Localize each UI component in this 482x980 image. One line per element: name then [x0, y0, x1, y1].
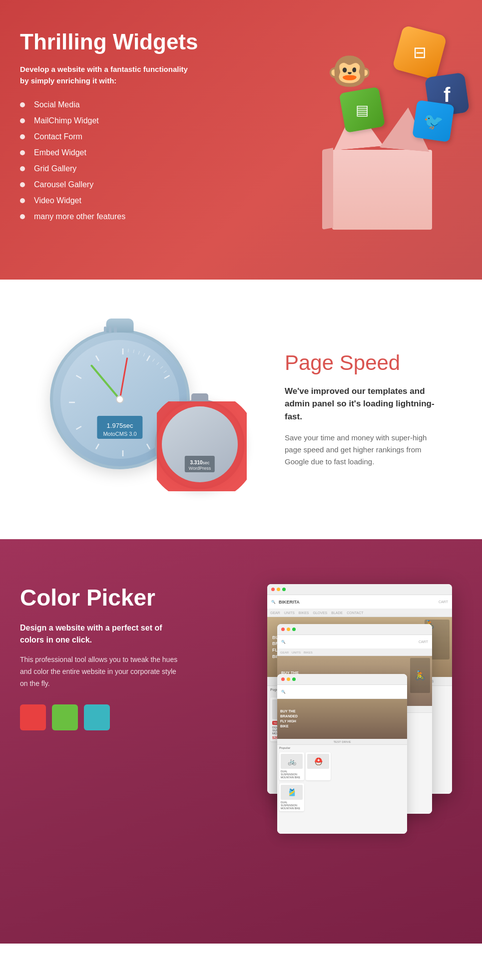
- color-swatch-red[interactable]: [20, 704, 46, 730]
- bullet-icon: [20, 150, 25, 155]
- svg-line-7: [96, 444, 99, 449]
- bullet-icon: [20, 118, 25, 123]
- color-swatch-teal[interactable]: [84, 704, 110, 730]
- color-swatch-green[interactable]: [52, 704, 78, 730]
- widgets-subtitle: Develop a website with a fantastic funct…: [20, 64, 200, 86]
- stopwatch-small-label: 3.310sec WordPress: [185, 456, 215, 472]
- svg-line-19: [164, 371, 167, 373]
- mock-product-item: ⛑️: [306, 752, 331, 780]
- mock-product-image: 🚲: [281, 754, 303, 769]
- mailchimp-monkey-icon: 🐵: [327, 50, 372, 92]
- widgets-section: Thrilling Widgets Develop a website with…: [0, 0, 482, 280]
- box-body: [332, 150, 432, 230]
- speed-left-column: 1.975sec MotoCMS 3.0: [25, 315, 265, 504]
- svg-line-17: [157, 362, 159, 365]
- speed-right-column: Page Speed We've improved our templates …: [265, 351, 457, 468]
- bullet-icon: [20, 182, 25, 187]
- bullet-icon: [20, 214, 25, 219]
- mock-hero-front: BUY THEBRANDEDFLY HIGHBIKE: [277, 699, 407, 739]
- list-item-label: Video Widget: [34, 196, 81, 205]
- list-item: MailChimp Widget: [20, 116, 200, 125]
- mock-products-front-2: 🎽 DUAL SUSPENSION MOUNTAIN BIKE: [277, 782, 407, 813]
- list-item: Grid Gallery: [20, 164, 200, 173]
- list-item-label: Carousel Gallery: [34, 180, 93, 189]
- browser-dot-maximize: [282, 588, 286, 591]
- svg-line-12: [128, 349, 129, 352]
- list-item: Carousel Gallery: [20, 180, 200, 189]
- svg-line-8: [76, 426, 81, 429]
- widgets-right-column: ⊟ 🐵 f ▤ 🐦: [220, 25, 482, 250]
- mock-product-item: 🎽 DUAL SUSPENSION MOUNTAIN BIKE: [279, 783, 304, 811]
- list-item: Embed Widget: [20, 148, 200, 157]
- mock-hero-text-front: BUY THEBRANDEDFLY HIGHBIKE: [280, 709, 404, 728]
- mock-header-mid: 🔍 CART: [277, 635, 432, 649]
- stopwatch-main-name: MotoCMS 3.0: [103, 431, 136, 437]
- speed-title: Page Speed: [285, 351, 437, 375]
- mock-hero-image-mid: 🚴: [410, 658, 430, 693]
- twitter-icon: 🐦: [412, 100, 455, 142]
- svg-line-13: [133, 349, 134, 353]
- barcode-icon: ▤: [339, 87, 386, 133]
- mock-products-front: 🚲 DUAL SUSPENSION MOUNTAIN BIKE ⛑️: [277, 751, 407, 782]
- color-right-column: 🔍 BIKERITA CART GEARUNITSBIKESGLOVESBLAD…: [185, 574, 462, 914]
- stopwatch-small-face: 3.310sec WordPress: [155, 399, 245, 489]
- stopwatch-buttons: [104, 327, 117, 332]
- mock-nav-back: GEARUNITSBIKESGLOVESBLADECONTACT: [267, 609, 452, 617]
- stopwatch-main-time: 1.975sec: [103, 418, 136, 431]
- svg-line-16: [152, 359, 154, 362]
- stopwatch-center: [116, 395, 124, 403]
- stopwatch-small-crown: [191, 393, 208, 401]
- color-picker-subtitle: Design a website with a perfect set of c…: [20, 622, 185, 646]
- box-left-panel: [322, 148, 333, 230]
- stopwatch-small: 3.310sec WordPress: [155, 399, 245, 489]
- browser-content-front: 🔍 BUY THEBRANDEDFLY HIGHBIKE TEST DRIVE …: [277, 685, 407, 834]
- browser-dot-minimize: [287, 628, 290, 631]
- bullet-icon: [20, 102, 25, 107]
- speed-body-text: Save your time and money with super-high…: [285, 432, 437, 468]
- list-item: Contact Form: [20, 132, 200, 141]
- color-left-column: Color Picker Design a website with a per…: [20, 574, 185, 730]
- color-picker-title: Color Picker: [20, 584, 185, 611]
- list-item-label: Contact Form: [34, 132, 82, 141]
- list-item: Social Media: [20, 100, 200, 109]
- svg-line-1: [147, 355, 150, 360]
- browser-bar-front: [277, 674, 407, 685]
- color-section: Color Picker Design a website with a per…: [0, 539, 482, 944]
- browser-dot-close: [281, 677, 285, 681]
- list-item: Video Widget: [20, 196, 200, 205]
- list-item-label: Social Media: [34, 100, 80, 109]
- mock-product-image: ⛑️: [307, 754, 329, 769]
- mock-strip-front: TEST DRIVE: [277, 739, 407, 745]
- bullet-icon: [20, 166, 25, 171]
- mock-nav-mid: GEARUNITSBIKES: [277, 649, 432, 656]
- browser-bar-mid: [277, 624, 432, 635]
- stopwatch-main-label: 1.975sec MotoCMS 3.0: [97, 416, 142, 439]
- browser-dot-maximize: [292, 677, 296, 681]
- bullet-icon: [20, 198, 25, 203]
- color-swatches-group: [20, 704, 185, 730]
- browser-mockup-front: 🔍 BUY THEBRANDEDFLY HIGHBIKE TEST DRIVE …: [277, 674, 407, 834]
- mock-header-back: 🔍 BIKERITA CART: [267, 595, 452, 609]
- svg-line-5: [147, 444, 150, 449]
- svg-line-18: [160, 366, 163, 369]
- list-item-label: Grid Gallery: [34, 164, 76, 173]
- browser-dot-close: [281, 628, 285, 631]
- mock-product-image: 🎽: [281, 785, 303, 800]
- browser-dot-minimize: [287, 677, 290, 681]
- svg-line-11: [96, 355, 99, 360]
- widgets-title: Thrilling Widgets: [20, 30, 200, 54]
- mock-product-name: DUAL SUSPENSION MOUNTAIN BIKE: [281, 801, 303, 810]
- svg-line-15: [143, 353, 145, 356]
- browser-dot-minimize: [277, 588, 280, 591]
- svg-line-14: [138, 351, 139, 354]
- bullet-icon: [20, 134, 25, 139]
- mock-header-front: 🔍: [277, 685, 407, 699]
- list-item-label: Embed Widget: [34, 148, 86, 157]
- browser-dot-maximize: [292, 628, 296, 631]
- stopwatch-small-name: WordPress: [189, 466, 211, 471]
- code-icon: ⊟: [392, 25, 447, 80]
- browser-bar-back: [267, 584, 452, 595]
- mock-popular-label-front: Popular: [277, 745, 407, 751]
- widgets-left-column: Thrilling Widgets Develop a website with…: [0, 25, 220, 250]
- speed-section: 1.975sec MotoCMS 3.0: [0, 280, 482, 539]
